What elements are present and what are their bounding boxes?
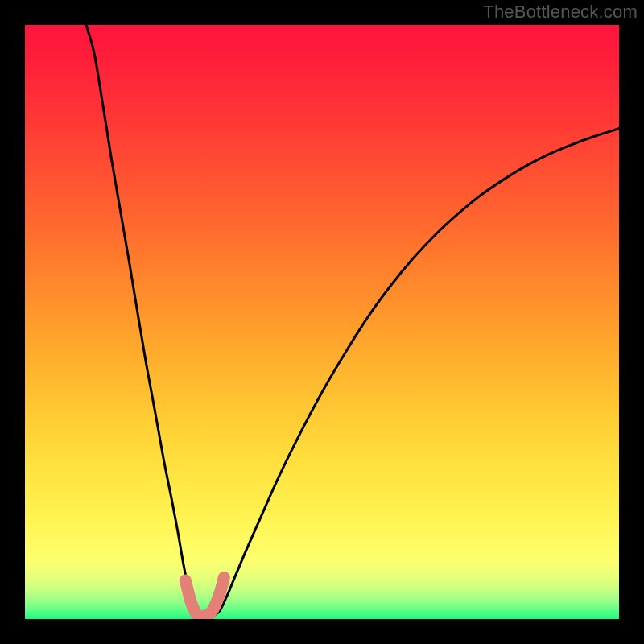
chart-stage: TheBottleneck.com: [0, 0, 644, 644]
valley-bead: [211, 596, 222, 607]
valley-bead: [218, 572, 229, 583]
watermark-text: TheBottleneck.com: [483, 2, 638, 23]
valley-bead: [216, 584, 227, 595]
plot-area: [25, 25, 619, 619]
valley-bead: [180, 575, 191, 586]
gradient-background: [25, 25, 619, 619]
plot-svg: [25, 25, 619, 619]
